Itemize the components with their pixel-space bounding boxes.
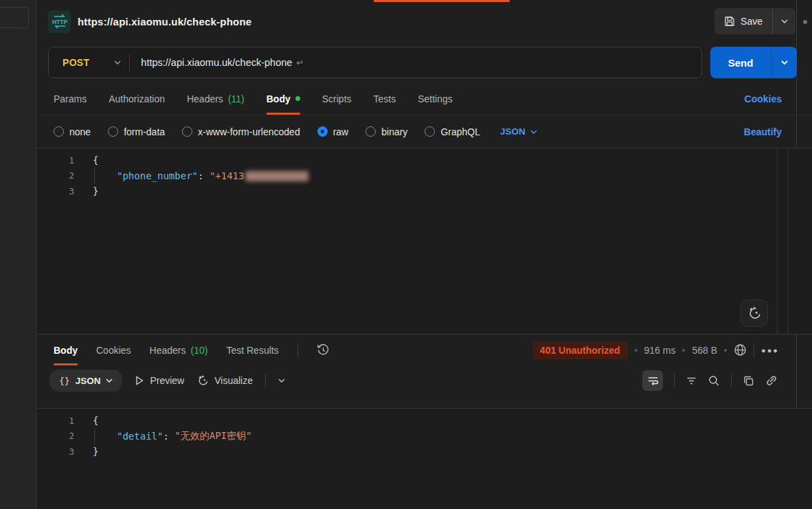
code-line: 2 "detail": "无效的API密钥" xyxy=(37,429,812,444)
dot-separator xyxy=(635,349,638,352)
dot-separator xyxy=(724,349,727,352)
response-size[interactable]: 568 B xyxy=(692,345,717,356)
tab-settings[interactable]: Settings xyxy=(418,82,453,115)
radio-none[interactable]: none xyxy=(54,126,91,137)
cookies-link[interactable]: Cookies xyxy=(745,93,782,104)
dot-separator xyxy=(682,349,685,352)
visualize-button[interactable]: Visualize xyxy=(196,374,253,387)
sidebar-partial-box xyxy=(0,7,29,28)
postbot-ai-button[interactable] xyxy=(741,299,768,327)
chevron-down-icon xyxy=(114,60,121,65)
redacted-phone-blur xyxy=(245,171,308,181)
response-meta: 401 Unauthorized 916 ms 568 B ●●● xyxy=(532,341,779,359)
sparkle-circle-icon xyxy=(747,306,762,321)
globe-icon xyxy=(734,343,747,357)
line-number: 1 xyxy=(37,416,74,426)
save-options-button[interactable] xyxy=(772,8,796,34)
radio-form-data[interactable]: form-data xyxy=(108,126,165,137)
save-label: Save xyxy=(741,16,763,27)
search-icon xyxy=(708,375,720,387)
chevron-down-icon xyxy=(781,60,788,65)
send-options-button[interactable] xyxy=(771,47,797,78)
chevron-down-icon xyxy=(781,19,788,23)
active-tab-indicator xyxy=(374,0,510,2)
preview-button[interactable]: Preview xyxy=(135,375,184,386)
radio-raw[interactable]: raw xyxy=(317,126,349,137)
search-button[interactable] xyxy=(708,375,720,387)
main-panel: HTTP https://api.xiaomu.uk/check-phone S… xyxy=(37,0,812,509)
sparkle-circle-icon xyxy=(196,374,209,387)
request-tabs: Params Authorization Headers(11) Body Sc… xyxy=(37,82,812,115)
wrap-text-button[interactable] xyxy=(642,370,663,391)
response-toolbar-right xyxy=(642,370,778,391)
code-line: 2 "phone_number": "+1413 xyxy=(37,168,812,184)
response-headers-count: (10) xyxy=(191,345,208,356)
divider xyxy=(731,374,732,387)
radio-circle xyxy=(365,126,376,137)
response-time[interactable]: 916 ms xyxy=(644,345,676,356)
response-tab-headers[interactable]: Headers(10) xyxy=(150,335,208,365)
tab-params[interactable]: Params xyxy=(54,82,87,115)
status-badge[interactable]: 401 Unauthorized xyxy=(532,341,628,359)
send-button[interactable]: Send xyxy=(710,47,771,78)
network-info-button[interactable] xyxy=(734,343,747,357)
response-tab-body[interactable]: Body xyxy=(54,335,78,365)
request-header-bar: HTTP https://api.xiaomu.uk/check-phone S… xyxy=(37,0,812,43)
indent-guide xyxy=(94,429,117,444)
body-language-selector[interactable]: JSON xyxy=(500,126,537,137)
url-divider xyxy=(129,54,130,71)
radio-circle xyxy=(425,126,435,137)
radio-circle-checked xyxy=(317,126,328,137)
code-line: 1 { xyxy=(37,413,812,429)
wrap-text-icon xyxy=(647,375,659,387)
http-method-icon: HTTP xyxy=(48,10,71,33)
url-input[interactable]: https://api.xiaomu.uk/check-phone xyxy=(141,57,292,68)
radio-binary[interactable]: binary xyxy=(365,126,407,137)
history-clock-icon xyxy=(317,343,330,357)
tab-tests[interactable]: Tests xyxy=(374,82,396,115)
play-icon xyxy=(135,376,144,385)
line-number: 1 xyxy=(37,155,74,166)
method-chevron[interactable] xyxy=(114,60,121,65)
more-options-button[interactable]: ●●● xyxy=(761,346,779,354)
tab-authorization[interactable]: Authorization xyxy=(109,82,165,115)
response-format-selector[interactable]: {} JSON xyxy=(49,370,122,392)
request-url-row: POST https://api.xiaomu.uk/check-phone ↵… xyxy=(37,43,812,82)
link-button[interactable] xyxy=(765,374,778,387)
radio-urlencoded[interactable]: x-www-form-urlencoded xyxy=(182,126,300,137)
history-button[interactable] xyxy=(317,343,330,357)
response-tab-test-results[interactable]: Test Results xyxy=(226,335,278,365)
copy-icon xyxy=(743,375,754,387)
request-body-editor[interactable]: 1 { 2 "phone_number": "+1413 3 } xyxy=(37,148,812,334)
chevron-down-icon xyxy=(106,378,113,383)
editor-scroll-track xyxy=(777,148,778,334)
indent-guide xyxy=(94,168,117,184)
left-sidebar xyxy=(0,0,36,509)
line-number: 3 xyxy=(37,186,74,196)
line-number: 2 xyxy=(37,431,74,441)
link-icon xyxy=(765,374,778,387)
response-tab-cookies[interactable]: Cookies xyxy=(96,335,131,365)
line-number: 3 xyxy=(37,446,74,457)
radio-graphql[interactable]: GraphQL xyxy=(425,126,480,137)
filter-icon xyxy=(686,375,697,387)
send-button-group: Send xyxy=(710,47,797,78)
tab-headers[interactable]: Headers(11) xyxy=(187,82,245,115)
headers-count: (11) xyxy=(228,93,245,104)
beautify-link[interactable]: Beautify xyxy=(744,126,782,137)
filter-button[interactable] xyxy=(686,375,697,387)
radio-circle xyxy=(182,126,192,137)
save-button[interactable]: Save xyxy=(714,8,772,34)
url-enter-hint: ↵ xyxy=(296,58,304,68)
method-selector[interactable]: POST xyxy=(49,57,114,68)
tab-scripts[interactable]: Scripts xyxy=(322,82,352,115)
response-body-editor[interactable]: 1 { 2 "detail": "无效的API密钥" 3 } xyxy=(37,408,812,509)
request-title: https://api.xiaomu.uk/check-phone xyxy=(78,16,251,27)
tab-body[interactable]: Body xyxy=(267,82,300,115)
collapse-button[interactable] xyxy=(278,378,285,383)
copy-button[interactable] xyxy=(743,375,754,387)
editor-panel-edge xyxy=(788,148,789,334)
save-button-group: Save xyxy=(714,8,796,34)
radio-circle xyxy=(54,126,64,137)
code-line: 3 } xyxy=(37,444,812,460)
